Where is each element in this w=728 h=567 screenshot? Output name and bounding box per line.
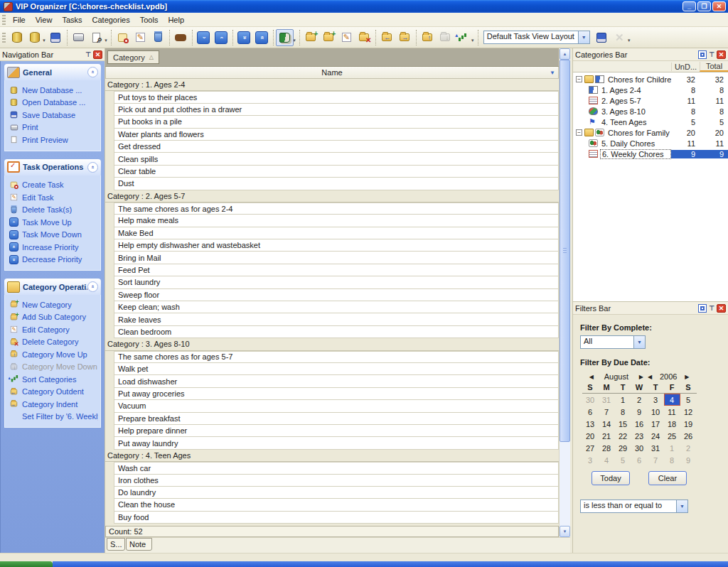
calendar-day[interactable]: 29 [615,442,631,454]
calendar-day[interactable]: 7 [648,454,664,466]
calendar-day[interactable]: 1 [664,442,680,454]
calendar-day[interactable]: 28 [599,442,615,454]
tree-row-daily-chores[interactable]: 5. Daily Chores 11 11 [573,138,728,148]
nav-item-task-move-up[interactable]: ‹Task Move Up [9,216,98,229]
calendar-day[interactable]: 6 [631,454,648,466]
task-row[interactable]: Do laundry [114,487,559,499]
task-row[interactable]: Iron clothes [114,475,559,487]
task-row[interactable]: Help make meals [114,215,559,227]
close-icon[interactable]: ✕ [717,50,726,59]
restore-button[interactable]: ❐ [697,1,711,11]
task-row[interactable]: Dust [114,178,559,190]
next-month-icon[interactable]: ▶ [639,374,643,380]
nav-section-category-operations-header[interactable]: Category Operati... « [4,279,101,295]
calendar-day[interactable]: 9 [680,454,697,466]
nav-item-print[interactable]: Print [9,122,98,134]
find-button[interactable] [172,29,190,46]
calendar-day[interactable]: 6 [582,406,599,418]
nav-item-category-move-up[interactable]: ↑Category Move Up [9,348,98,361]
calendar-day[interactable]: 1 [615,394,631,406]
calendar-day[interactable]: 3 [648,394,664,406]
calendar-day[interactable]: 4 [599,454,615,466]
tab-s[interactable]: S... [107,538,125,551]
nav-item-category-outdent[interactable]: ←Category Outdent [9,386,98,399]
clear-button[interactable]: Clear [648,471,687,485]
calendar-day-selected[interactable]: 4 [664,394,680,406]
calendar-day[interactable]: 7 [599,406,615,418]
group-row[interactable]: Category : 1. Ages 2-4 [105,79,559,91]
calendar-day[interactable]: 23 [631,430,648,442]
nav-item-print-preview[interactable]: Print Preview [9,134,98,146]
scroll-up-icon[interactable]: ▲ [560,48,570,60]
calendar-day[interactable]: 14 [599,418,615,430]
sort-categories-button[interactable] [454,29,472,46]
group-row[interactable]: Category : 4. Teen Ages [105,450,559,462]
scrollbar-track[interactable] [560,60,570,526]
calendar-day[interactable]: 5 [615,454,631,466]
maximize-panel-icon[interactable] [698,304,707,313]
calendar-day[interactable]: 31 [599,394,615,406]
edit-category-button[interactable]: ✎ [338,29,355,46]
calendar-day[interactable]: 17 [648,418,664,430]
task-row[interactable]: Wash car [114,462,559,474]
nav-item-category-move-down[interactable]: ↓Category Move Down [9,361,98,374]
pin-icon[interactable]: ⊤ [709,50,714,59]
task-row[interactable]: Make Bed [114,227,559,239]
nav-item-task-move-down[interactable]: ‹Task Move Down [9,229,98,242]
task-row[interactable]: Put away groceries [114,388,559,400]
calendar-day[interactable]: 22 [615,430,631,442]
tab-note[interactable]: Note [126,538,152,551]
nav-section-general-header[interactable]: General « [4,64,101,80]
new-database-button[interactable] [8,29,26,46]
close-icon[interactable]: ✕ [717,304,726,313]
tree-row-chores-for-family[interactable]: − Chores for Family 20 20 [573,127,728,138]
calendar-day[interactable]: 31 [648,442,664,454]
task-row[interactable]: Keep clean; wash [114,301,559,313]
pin-icon[interactable]: ⊤ [709,304,714,313]
nav-item-delete-tasks[interactable]: Delete Task(s) [9,204,98,217]
menu-help[interactable]: Help [163,14,189,26]
menu-tools[interactable]: Tools [135,14,164,26]
add-sub-category-button[interactable]: + [320,29,338,46]
calendar-day[interactable]: 3 [582,454,599,466]
minimize-button[interactable]: _ [682,1,696,11]
task-move-down-button[interactable]: ‹ [195,29,213,46]
task-row[interactable]: Sort laundry [114,276,559,288]
group-row[interactable]: Category : 3. Ages 8-10 [105,338,559,350]
task-row[interactable]: Vacuum [114,400,559,412]
tree-row-ages-2-4[interactable]: 1. Ages 2-4 8 8 [573,85,728,95]
task-row[interactable]: Rake leaves [114,313,559,325]
task-row[interactable]: Water plants and flowers [114,129,559,141]
calendar-day[interactable]: 24 [648,430,664,442]
calendar-day[interactable]: 20 [582,430,599,442]
calendar-day[interactable]: 25 [664,430,680,442]
calendar-day[interactable]: 5 [680,394,697,406]
category-move-down-button[interactable]: ↓ [437,29,454,46]
task-row[interactable]: The same chores as for ages 2-4 [114,202,559,215]
calendar-day[interactable]: 2 [631,394,648,406]
next-year-icon[interactable]: ▶ [685,374,689,380]
tree-row-weekly-chores-selected[interactable]: 6. Weekly Chores 9 9 [573,148,728,159]
edit-task-button[interactable]: ✎ [132,29,149,46]
calendar-day[interactable]: 12 [680,406,697,418]
delete-category-button[interactable]: ✕ [355,29,373,46]
print-button[interactable] [70,29,87,46]
calendar-day[interactable]: 8 [664,454,680,466]
prev-year-icon[interactable]: ◀ [648,374,652,380]
collapse-expander-icon[interactable]: − [576,129,582,136]
nav-item-increase-priority[interactable]: «Increase Priority [9,241,98,254]
task-row[interactable]: Clean the house [114,499,559,511]
category-outdent-button[interactable]: ← [378,29,396,46]
task-row[interactable]: Walk pet [114,363,559,375]
filter-chevron-icon[interactable]: ▼ [550,70,555,76]
group-row[interactable]: Category : 2. Ages 5-7 [105,190,559,202]
calendar-day[interactable]: 11 [664,406,680,418]
category-indent-button[interactable]: → [396,29,414,46]
tree-row-ages-8-10[interactable]: 3. Ages 8-10 8 8 [573,106,728,117]
nav-item-open-database[interactable]: Open Database ... [9,97,98,109]
open-database-button[interactable] [26,29,43,46]
calendar-day[interactable]: 9 [631,406,648,418]
close-button[interactable]: ✕ [712,1,726,11]
calendar-day[interactable]: 10 [648,406,664,418]
calendar-day[interactable]: 15 [615,418,631,430]
